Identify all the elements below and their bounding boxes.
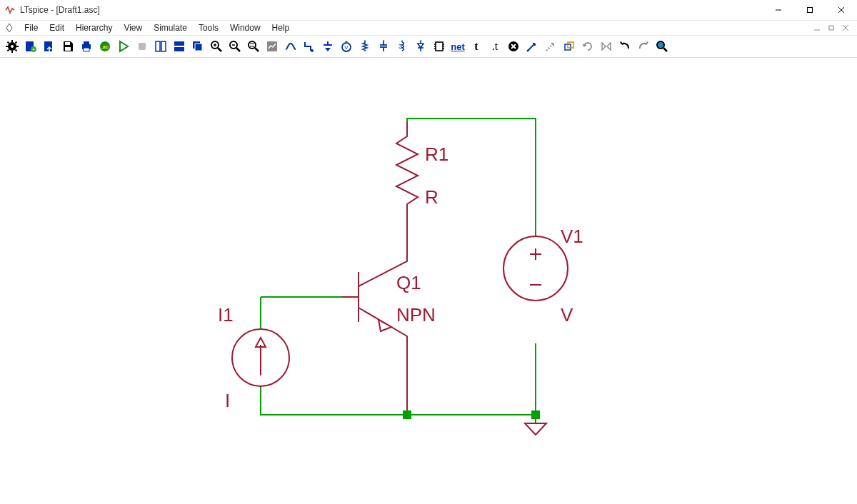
- schematic-svg: [0, 58, 857, 504]
- mdi-minimize-button[interactable]: [810, 21, 824, 34]
- comment-text-button[interactable]: .t: [486, 38, 504, 55]
- app-icon: [4, 4, 16, 16]
- move-button[interactable]: [523, 38, 541, 55]
- autoscale-button[interactable]: [263, 38, 281, 55]
- tile-vertical-button[interactable]: [151, 38, 170, 55]
- schematic-canvas[interactable]: R1 R Q1 NPN I1 I V1 V: [0, 58, 857, 504]
- label-v1-name[interactable]: V1: [561, 226, 583, 248]
- spice-directive-button[interactable]: t: [467, 38, 486, 55]
- label-r1-name[interactable]: R1: [425, 143, 448, 166]
- component-button[interactable]: [430, 38, 448, 55]
- svg-rect-26: [84, 41, 89, 44]
- run-button[interactable]: [114, 38, 133, 55]
- label-r1-val[interactable]: R: [425, 186, 438, 208]
- open-button[interactable]: [40, 38, 59, 55]
- label-q1-name[interactable]: Q1: [396, 272, 421, 294]
- save-button[interactable]: [59, 38, 77, 55]
- menu-hierarchy[interactable]: Hierarchy: [70, 22, 118, 34]
- svg-rect-31: [156, 41, 160, 51]
- mdi-restore-button[interactable]: [824, 21, 838, 34]
- undo-button[interactable]: [616, 38, 634, 55]
- svg-rect-21: [44, 41, 52, 51]
- menu-window[interactable]: Window: [224, 22, 266, 34]
- svg-line-38: [218, 48, 221, 51]
- ground-button[interactable]: [300, 38, 319, 55]
- svg-line-45: [255, 48, 259, 51]
- zoom-out-button[interactable]: [226, 38, 244, 55]
- rotate-button[interactable]: [578, 38, 597, 55]
- svg-rect-23: [65, 42, 70, 45]
- zoom-fit-button[interactable]: [244, 38, 263, 55]
- duplicate-button[interactable]: [560, 38, 578, 55]
- new-schematic-button[interactable]: +: [21, 38, 40, 55]
- run-ac-button[interactable]: .ac: [96, 38, 114, 55]
- svg-rect-33: [174, 41, 184, 46]
- svg-rect-36: [195, 44, 202, 51]
- netlabel-text-button[interactable]: net: [448, 38, 467, 55]
- menu-file[interactable]: File: [19, 22, 44, 34]
- svg-rect-32: [161, 41, 166, 51]
- wire-button[interactable]: [281, 38, 300, 55]
- menu-view[interactable]: View: [118, 22, 148, 34]
- label-i1-val[interactable]: I: [225, 390, 230, 412]
- menu-help[interactable]: Help: [266, 22, 296, 34]
- menu-simulate[interactable]: Simulate: [148, 22, 193, 34]
- menubar: File Edit Hierarchy View Simulate Tools …: [0, 21, 857, 36]
- svg-rect-67: [436, 42, 443, 51]
- svg-point-17: [11, 45, 14, 48]
- svg-point-55: [364, 40, 366, 42]
- cascade-windows-button[interactable]: [189, 38, 207, 55]
- label-q1-val[interactable]: NPN: [396, 304, 436, 326]
- svg-point-66: [420, 40, 422, 42]
- diode-button[interactable]: [411, 38, 430, 55]
- mdi-close-button[interactable]: [838, 21, 853, 34]
- inductor-button[interactable]: 3: [393, 38, 411, 55]
- svg-text:V: V: [344, 44, 349, 51]
- halt-button[interactable]: [133, 38, 151, 55]
- svg-text:3: 3: [399, 43, 402, 50]
- svg-line-42: [236, 48, 240, 51]
- print-button[interactable]: [77, 38, 96, 55]
- find-button[interactable]: [653, 38, 671, 55]
- svg-point-71: [527, 50, 529, 52]
- svg-point-44: [249, 41, 256, 49]
- svg-point-49: [311, 49, 314, 52]
- redo-button[interactable]: [634, 38, 653, 55]
- svg-text:+: +: [32, 47, 35, 52]
- delete-button[interactable]: [504, 38, 523, 55]
- menu-edit[interactable]: Edit: [44, 22, 70, 34]
- close-button[interactable]: [826, 0, 857, 20]
- svg-line-15: [8, 50, 9, 51]
- svg-line-75: [663, 48, 667, 51]
- svg-rect-27: [84, 48, 89, 51]
- svg-rect-34: [174, 47, 184, 51]
- minimize-button[interactable]: [763, 0, 794, 20]
- voltage-source-button[interactable]: V: [337, 38, 356, 55]
- label-v1-val[interactable]: V: [561, 304, 573, 326]
- resistor-button[interactable]: [356, 38, 374, 55]
- node-v1-gnd: [531, 410, 540, 419]
- capacitor-button[interactable]: [374, 38, 393, 55]
- svg-point-74: [657, 41, 664, 49]
- maximize-button[interactable]: [794, 0, 826, 20]
- toolbar: + .ac V 3 net t .t: [0, 36, 857, 58]
- menu-tools[interactable]: Tools: [193, 22, 224, 34]
- svg-point-60: [383, 40, 385, 42]
- svg-rect-24: [65, 47, 71, 51]
- label-i1-name[interactable]: I1: [218, 304, 234, 326]
- mirror-button[interactable]: [597, 38, 616, 55]
- window-title: LTspice - [Draft1.asc]: [20, 5, 100, 15]
- drag-button[interactable]: [541, 38, 560, 55]
- zoom-in-button[interactable]: [207, 38, 226, 55]
- svg-rect-30: [139, 43, 146, 50]
- svg-rect-1: [808, 8, 813, 13]
- label-net-button[interactable]: [319, 38, 337, 55]
- mdi-icon: [4, 23, 14, 33]
- svg-line-13: [8, 42, 9, 44]
- titlebar: LTspice - [Draft1.asc]: [0, 0, 857, 21]
- control-panel-button[interactable]: [3, 38, 21, 55]
- node-emitter-gnd: [403, 410, 411, 419]
- svg-line-14: [16, 50, 17, 51]
- svg-rect-5: [829, 26, 833, 30]
- tile-horizontal-button[interactable]: [170, 38, 189, 55]
